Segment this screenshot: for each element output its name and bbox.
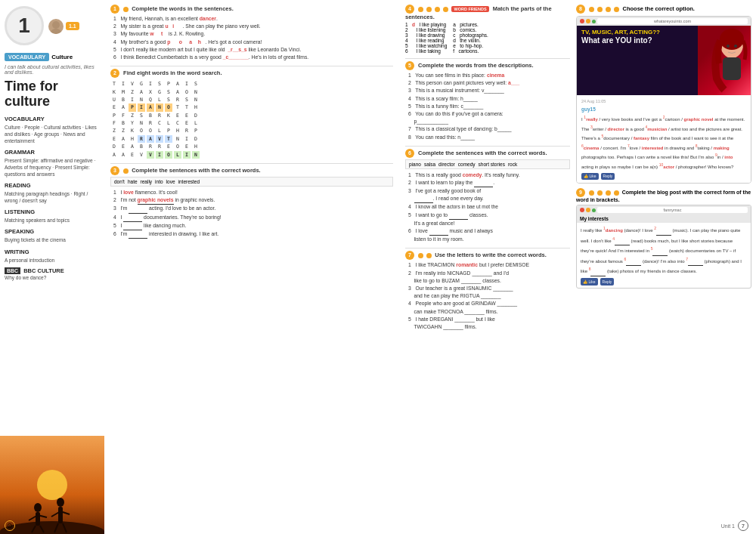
e4-dot2 — [426, 7, 432, 12]
exercise-8: 8 Choose the correct option. whatareyoui… — [576, 5, 751, 184]
exercise-4-title: 4 WORD FRIENDS Match the parts of the se… — [405, 5, 570, 20]
blog-date: 24 Aug 11:05 — [581, 98, 746, 104]
reading-heading: READING — [5, 182, 100, 189]
e8-d2 — [597, 7, 603, 12]
exercise-1: 1 Complete the words in the sentences. 1… — [110, 5, 393, 61]
exercise-3-wordbank: don'thatereallyintoloveinterested — [110, 177, 393, 187]
e7-dot2 — [426, 253, 432, 258]
exercise-7-lines: 1 I like TRACIMON romantic but I prefer … — [405, 261, 570, 331]
blog-username: guy15 — [581, 106, 746, 113]
exercise-4-num: 4 — [405, 5, 414, 14]
browser-bar-8: whatareyouinto.com — [577, 17, 751, 26]
my-interests-body: I really like 1dancing (dance)! I love 2… — [577, 223, 751, 288]
writing-items: A personal introduction — [5, 257, 100, 264]
browser-mock-8: whatareyouinto.com TV, MUSIC, ART, ACTIN… — [576, 16, 751, 184]
svg-rect-12 — [58, 507, 63, 523]
page-icon-left: ⊙ — [5, 520, 15, 531]
like-button[interactable]: 👍 Like — [581, 173, 599, 181]
unit-number: 1 — [5, 6, 44, 45]
exercise-3-title: 3 Complete the sentences with the correc… — [110, 166, 393, 175]
listening-items: Matching speakers and topics — [5, 217, 100, 224]
exercise-3: 3 Complete the sentences with the correc… — [110, 166, 393, 239]
page-number-circle: 7 — [738, 520, 748, 531]
svg-point-11 — [57, 498, 64, 507]
culture-label: Culture — [51, 54, 73, 60]
browser-content-8: TV, MUSIC, ART, ACTING?? What are YOU in… — [577, 26, 751, 183]
exercise-1-dot — [123, 7, 129, 12]
e8-d3 — [606, 7, 611, 12]
blog-body-8: 24 Aug 11:05 guy15 I 1really / very love… — [577, 95, 751, 183]
exercise-7-num: 7 — [405, 251, 414, 260]
exercise-5-title: 5 Complete the words from the descriptio… — [405, 61, 570, 70]
e8-d1 — [589, 7, 594, 12]
like-button-9[interactable]: 👍 Like — [581, 278, 598, 286]
exercise-5-num: 5 — [405, 61, 414, 70]
svg-point-3 — [37, 470, 67, 500]
e8-d4 — [614, 7, 619, 12]
vocabulary-heading: VOCABULARY — [5, 116, 100, 122]
svg-point-20 — [734, 45, 737, 48]
page-footer-right: Unit 1 7 — [721, 520, 748, 531]
exercise-9-header: 9 Complete the blog post with the correc… — [576, 188, 751, 202]
reply-button[interactable]: Reply — [601, 173, 615, 181]
svg-point-0 — [52, 21, 60, 29]
exercise-3-lines: 1 I love flamenco. It's cool! 2 I'm not … — [110, 189, 393, 239]
page-footer-left: ⊙ — [5, 520, 15, 531]
blog-title: What are YOU into? — [581, 36, 693, 45]
manga-image — [698, 26, 751, 95]
exercise-9-num: 9 — [576, 188, 585, 197]
exercise-8-header: 8 Choose the correct option. — [576, 5, 751, 14]
exercise-5: 5 Complete the words from the descriptio… — [405, 61, 570, 141]
bottom-image — [0, 436, 104, 534]
middle-panel: 1 Complete the words in the sentences. 1… — [104, 0, 399, 534]
word-friends-tag: WORD FRIENDS — [451, 6, 488, 12]
exercise-7: 7 Use the letters to write the correct w… — [405, 251, 570, 331]
grammar-items: Present Simple: affirmative and negative… — [5, 157, 100, 177]
svg-point-19 — [727, 45, 730, 48]
exercise-6-num: 6 — [405, 149, 414, 158]
listening-heading: LISTENING — [5, 208, 100, 215]
exercise-8-num: 8 — [576, 5, 585, 14]
can-do-text: I can talk about cultural activities, li… — [5, 64, 100, 75]
exercise-6: 6 Complete the sentences with the correc… — [405, 149, 570, 244]
exercise-1-lines: 1 My friend, Hannah, is an excellent dan… — [110, 15, 393, 61]
reply-button-9[interactable]: Reply — [600, 278, 615, 286]
bbc-logo: BBC — [5, 267, 20, 274]
e4-dot1 — [418, 7, 423, 12]
browser-dot-red — [580, 19, 584, 23]
e4-dot4 — [443, 7, 448, 12]
page-container: 1 1.1 VOCABULARY Culture I can talk abou… — [0, 0, 756, 534]
e9-dot-green — [592, 208, 596, 212]
exercise-1-num: 1 — [110, 5, 119, 14]
writing-heading: WRITING — [5, 248, 100, 255]
browser-dot-green — [592, 20, 596, 23]
reading-items: Matching paragraph headings · Right / wr… — [5, 190, 100, 204]
like-bar: 👍 Like Reply — [581, 173, 746, 181]
blog-header-area: TV, MUSIC, ART, ACTING?? What are YOU in… — [577, 26, 751, 95]
blog-subtitle: TV, MUSIC, ART, ACTING?? — [581, 29, 693, 36]
exercise-7-title: 7 Use the letters to write the correct w… — [405, 251, 570, 260]
e9-dot-yellow — [586, 208, 590, 212]
exercise-5-lines: 1 You can see films in this place: cinem… — [405, 72, 570, 141]
exercise-1-title: 1 Complete the words in the sentences. — [110, 5, 393, 14]
exercise-3-num: 3 — [110, 166, 119, 175]
e9-dot-red — [580, 208, 584, 212]
speaking-items: Buying tickets at the cinema — [5, 236, 100, 243]
e9-d4 — [614, 190, 619, 196]
my-interests-box: fannymac My interests I really like 1dan… — [576, 205, 751, 289]
left-panel: 1 1.1 VOCABULARY Culture I can talk abou… — [0, 0, 104, 534]
browser-bar-9: fannymac — [577, 205, 751, 215]
bbc-items: Why do we dance? — [5, 274, 100, 281]
exercise-6-title: 6 Complete the sentences with the correc… — [405, 149, 570, 158]
e9-d2 — [597, 190, 603, 196]
lesson-badge: 1.1 — [66, 22, 79, 30]
vocab-tag: VOCABULARY — [5, 53, 49, 61]
browser-url: whatareyouinto.com — [597, 18, 748, 24]
like-bar-9: 👍 Like Reply — [581, 278, 747, 286]
e9-d3 — [606, 190, 611, 196]
e4-dot3 — [435, 7, 440, 12]
exercise-4: 4 WORD FRIENDS Match the parts of the se… — [405, 5, 570, 54]
browser-user-9: fannymac — [597, 207, 748, 213]
exercise-6-lines: 1 This is a really good comedy. It's rea… — [405, 171, 570, 244]
blog-text-area: TV, MUSIC, ART, ACTING?? What are YOU in… — [577, 26, 698, 95]
